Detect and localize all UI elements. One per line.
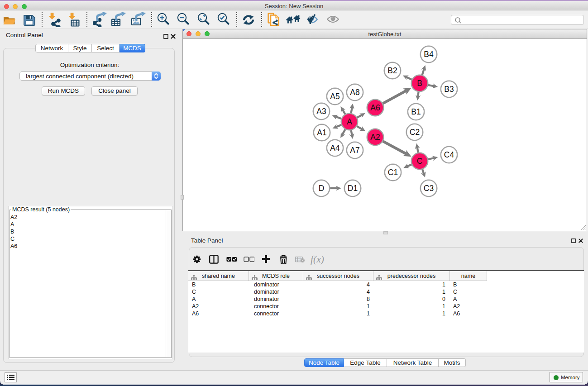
- svg-text:C4: C4: [444, 150, 454, 159]
- svg-text:C1: C1: [388, 168, 398, 177]
- svg-text:A2: A2: [370, 133, 380, 142]
- svg-text:A4: A4: [330, 143, 340, 152]
- svg-text:A1: A1: [317, 128, 326, 137]
- svg-text:C2: C2: [410, 128, 420, 137]
- svg-text:A: A: [347, 117, 352, 126]
- svg-text:A5: A5: [330, 92, 339, 101]
- svg-text:D1: D1: [348, 184, 358, 193]
- svg-text:A8: A8: [350, 88, 359, 97]
- svg-text:C: C: [417, 157, 423, 166]
- svg-text:A3: A3: [316, 107, 326, 116]
- svg-text:B1: B1: [411, 107, 421, 116]
- svg-text:B: B: [417, 79, 422, 88]
- svg-text:B3: B3: [444, 85, 454, 94]
- svg-text:A7: A7: [350, 146, 359, 155]
- svg-text:B2: B2: [387, 66, 397, 75]
- svg-text:C3: C3: [424, 184, 434, 193]
- svg-text:B4: B4: [424, 50, 434, 59]
- svg-text:A6: A6: [370, 103, 380, 112]
- svg-text:D: D: [319, 184, 325, 193]
- svg-text:f(x): f(x): [311, 254, 324, 265]
